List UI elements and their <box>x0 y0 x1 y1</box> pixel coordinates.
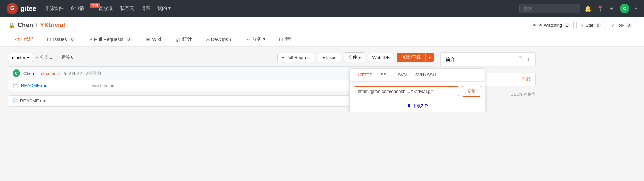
sidebar-intro-section: 简介 + ✎ <box>440 52 536 67</box>
repo-header: 🔒 Chen / YKtrivial 👁 👁 Watching 1 ☆ Star… <box>0 17 644 47</box>
code-icon: </> <box>15 37 22 42</box>
devops-icon: ∞ <box>206 37 209 42</box>
clone-dropdown: HTTPS SSH SVN SVN+SSH 复制 <box>349 68 485 112</box>
branch-icon: ⑂ <box>36 55 38 60</box>
nav-private-cloud[interactable]: 私有云 <box>120 5 134 12</box>
external-link[interactable]: CSDN @楚岩 <box>510 92 536 97</box>
nav-search-area: 🔔 📍 ＋ C ▾ <box>519 4 637 13</box>
webide-button[interactable]: Web IDE <box>368 53 395 62</box>
contributors-link[interactable]: 全部 <box>522 76 530 82</box>
branch-info: ⑂ 分支 1 ◇ 标签 0 <box>36 54 74 60</box>
clone-input-row: 复制 <box>350 82 485 101</box>
repo-actions: 👁 👁 Watching 1 ☆ Star 0 ⑂ Fork 0 <box>529 21 636 29</box>
clone-tab-ssh[interactable]: SSH <box>377 69 394 81</box>
file-arrow-icon: ▾ <box>359 55 361 60</box>
clone-download: ⬇ 下载ZIP <box>350 101 485 112</box>
toolbar: master ▾ ⑂ 分支 1 ◇ 标签 0 + Pull Request + … <box>8 52 434 62</box>
branches-stat: ⑂ 分支 1 <box>36 54 52 60</box>
location-icon[interactable]: 📍 <box>597 5 604 12</box>
commit-avatar: C <box>13 69 20 77</box>
clone-tabs: HTTPS SSH SVN SVN+SSH <box>350 69 485 82</box>
nav-open-source[interactable]: 开源软件 <box>45 5 64 12</box>
tab-manage[interactable]: ⊡ 管理 <box>272 33 301 46</box>
tab-code[interactable]: </> 代码 <box>8 33 40 46</box>
tab-services[interactable]: ⋯ 服务 ▾ <box>239 33 272 46</box>
clone-tab-svn-ssh[interactable]: SVN+SSH <box>411 69 440 81</box>
top-navigation: G gitee 开源软件 企业版 特惠 高校版 私有云 博客 我的 ▾ 🔔 📍 … <box>0 0 644 17</box>
wiki-icon: ⊞ <box>146 37 150 42</box>
watching-count: 1 <box>563 23 570 28</box>
nav-blog[interactable]: 博客 <box>141 5 151 12</box>
fork-icon: ⑂ <box>611 23 614 28</box>
tab-devops[interactable]: ∞ DevOps ▾ <box>199 33 239 46</box>
sidebar-intro-add-icon[interactable]: + <box>527 56 530 63</box>
tab-pull-requests[interactable]: ⑂ Pull Requests 0 <box>83 33 139 46</box>
pr-icon: ⑂ <box>89 37 92 42</box>
file-button[interactable]: 文件 ▾ <box>344 52 365 62</box>
repo-name[interactable]: YKtrivial <box>40 22 65 29</box>
branch-selector[interactable]: master ▾ <box>8 53 33 62</box>
logo[interactable]: G gitee <box>7 3 36 14</box>
manage-icon: ⊡ <box>279 37 283 42</box>
stats-icon: 📊 <box>175 37 180 42</box>
clone-url-input[interactable] <box>354 86 459 96</box>
repo-main: master ▾ ⑂ 分支 1 ◇ 标签 0 + Pull Request + … <box>8 52 434 107</box>
fork-button[interactable]: ⑂ Fork 0 <box>608 21 636 29</box>
clone-button-group: 克隆/下载 ▾ HTTPS SSH SVN SVN+SSH <box>397 53 434 62</box>
nav-enterprise[interactable]: 企业版 特惠 <box>70 5 92 12</box>
sidebar-intro-title: 简介 <box>446 57 455 63</box>
avatar-arrow: ▾ <box>635 6 637 11</box>
main-content: master ▾ ⑂ 分支 1 ◇ 标签 0 + Pull Request + … <box>0 47 544 112</box>
tab-issues[interactable]: ⊡ Issues 0 <box>40 33 83 46</box>
repo-tabs: </> 代码 ⊡ Issues 0 ⑂ Pull Requests 0 ⊞ Wi… <box>8 33 636 46</box>
file-doc-icon: 📄 <box>13 83 18 88</box>
eye-icon: 👁 <box>533 23 537 28</box>
pr-badge: 0 <box>125 37 132 42</box>
nav-university[interactable]: 高校版 <box>99 5 113 12</box>
readme-filename: README.md <box>20 98 46 103</box>
file-name-link[interactable]: README.md <box>21 83 89 88</box>
tab-stats[interactable]: 📊 统计 <box>168 33 199 46</box>
commit-message-link[interactable]: first commit <box>37 71 60 76</box>
commit-time: 3小时前 <box>85 70 101 76</box>
commit-author[interactable]: Chen <box>23 71 34 76</box>
search-input[interactable] <box>519 4 580 13</box>
avatar[interactable]: C <box>620 4 629 13</box>
pull-request-button[interactable]: + Pull Request <box>277 53 315 62</box>
clone-copy-button[interactable]: 复制 <box>462 86 481 97</box>
watching-button[interactable]: 👁 👁 Watching 1 <box>529 21 574 29</box>
clone-button[interactable]: 克隆/下载 <box>397 53 425 62</box>
fork-count: 0 <box>626 23 632 28</box>
repo-owner[interactable]: Chen <box>18 22 33 29</box>
issues-badge: 0 <box>69 37 76 42</box>
issue-button[interactable]: + Issue <box>318 53 341 62</box>
clone-tab-https[interactable]: HTTPS <box>354 69 377 81</box>
repo-title-row: 🔒 Chen / YKtrivial 👁 👁 Watching 1 ☆ Star… <box>8 21 636 33</box>
services-icon: ⋯ <box>245 37 250 42</box>
bell-icon[interactable]: 🔔 <box>585 5 591 12</box>
commit-hash: 6c28b22 <box>64 71 82 76</box>
repo-separator: / <box>36 22 37 29</box>
tags-stat: ◇ 标签 0 <box>56 54 74 60</box>
repo-title: 🔒 Chen / YKtrivial <box>8 22 65 29</box>
download-zip-link[interactable]: ⬇ 下载ZIP <box>407 103 428 108</box>
readme-file-icon: 📄 <box>13 98 18 103</box>
special-badge: 特惠 <box>90 3 100 8</box>
nav-links: 开源软件 企业版 特惠 高校版 私有云 博客 我的 ▾ <box>45 5 511 12</box>
clone-arrow-button[interactable]: ▾ <box>425 53 434 62</box>
tag-icon: ◇ <box>56 55 60 60</box>
star-icon: ☆ <box>580 23 584 28</box>
add-icon[interactable]: ＋ <box>609 5 614 12</box>
edit-icon[interactable]: ✎ <box>519 55 523 60</box>
clone-tab-svn[interactable]: SVN <box>394 69 411 81</box>
tab-wiki[interactable]: ⊞ Wiki <box>139 33 168 46</box>
branch-arrow-icon: ▾ <box>27 55 29 60</box>
lock-icon: 🔒 <box>8 22 15 28</box>
toolbar-right: + Pull Request + Issue 文件 ▾ Web IDE 克隆/下… <box>277 52 434 62</box>
star-count: 0 <box>595 23 602 28</box>
nav-my[interactable]: 我的 ▾ <box>157 5 171 12</box>
logo-icon: G <box>7 3 18 14</box>
star-button[interactable]: ☆ Star 0 <box>576 21 605 29</box>
issues-icon: ⊡ <box>47 37 51 42</box>
nav-icons: 🔔 📍 ＋ C ▾ <box>585 4 637 13</box>
